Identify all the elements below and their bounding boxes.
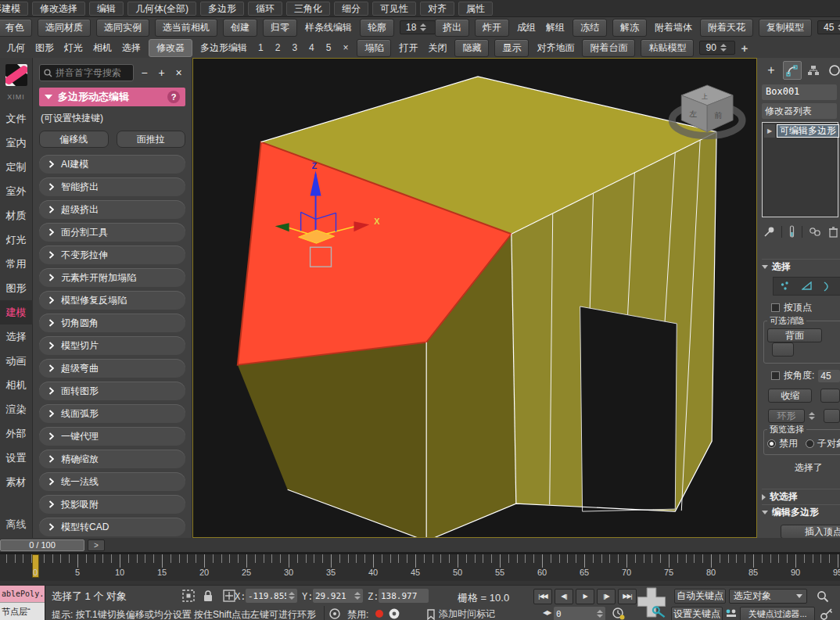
spinner-arrows[interactable] xyxy=(420,23,426,31)
toolbar-button[interactable]: 归零 xyxy=(263,19,297,37)
spinner-down-icon[interactable] xyxy=(809,417,815,420)
angle-45-spinner[interactable]: 45 xyxy=(817,20,840,34)
add-time-tag[interactable]: 添加时间标记 xyxy=(426,607,495,620)
listener-script-line[interactable]: 节点层“ xyxy=(0,603,45,620)
toolbar-button[interactable]: 图形 xyxy=(33,40,56,56)
clipped-button[interactable] xyxy=(824,409,840,423)
toolbar-button[interactable]: 3 xyxy=(289,41,300,55)
box-model[interactable] xyxy=(238,77,716,537)
checkbox[interactable] xyxy=(771,303,780,312)
rollout-item[interactable]: 超级挤出 xyxy=(39,200,185,219)
toolbar-button[interactable]: 选同实例 xyxy=(96,19,149,37)
sidebar-item[interactable]: 定制 xyxy=(0,155,33,179)
angle-90-spinner[interactable]: 90 xyxy=(699,41,735,55)
playback-button[interactable]: |◀◀ xyxy=(533,589,552,604)
toolbar-button[interactable]: 解冻 xyxy=(612,19,647,37)
playback-button[interactable]: ▶ xyxy=(576,589,594,604)
toolbar-button[interactable]: 灯光 xyxy=(62,40,85,56)
menu-item[interactable]: 属性 xyxy=(458,2,493,16)
spinner-down-icon[interactable] xyxy=(597,615,603,618)
status-circle-icon[interactable] xyxy=(388,607,400,620)
rollout-soft-selection[interactable]: 软选择 xyxy=(762,489,840,504)
spinner-up-icon[interactable] xyxy=(597,610,603,613)
next-frame-button[interactable]: > xyxy=(88,539,105,551)
quick-button[interactable]: 面推拉 xyxy=(117,131,186,148)
listener-macro-line[interactable]: ablePoly. xyxy=(0,586,45,603)
viewcube-top-label[interactable]: 上 xyxy=(701,93,708,100)
playback-button[interactable]: ◀|| xyxy=(555,589,573,604)
rollout-item[interactable]: 超级弯曲 xyxy=(39,359,185,378)
rollout-item[interactable]: AI建模 xyxy=(39,155,185,174)
zoom-icon[interactable] xyxy=(817,590,829,603)
rollout-selection[interactable]: 选择 xyxy=(762,259,840,274)
sidebar-item[interactable]: 外部 xyxy=(0,421,33,446)
tab-motion[interactable] xyxy=(825,61,840,80)
y-coord-field[interactable]: 29.921 xyxy=(313,589,363,603)
sidebar-item[interactable]: 灯光 xyxy=(0,228,33,252)
close-button[interactable]: × xyxy=(172,65,185,81)
viewcube-left-label[interactable]: 左 xyxy=(689,109,697,118)
remove-modifier-icon[interactable] xyxy=(828,226,838,238)
help-icon[interactable]: ? xyxy=(167,91,180,103)
sidebar-item[interactable]: 选择 xyxy=(0,324,33,349)
toolbar-button[interactable]: 关闭 xyxy=(425,40,449,56)
toolbar-button[interactable]: 几何 xyxy=(4,40,27,56)
selected-object-dropdown[interactable]: 选定对象 xyxy=(729,589,807,604)
spinner-up-icon[interactable] xyxy=(289,592,295,595)
spinner-arrows[interactable] xyxy=(354,592,361,600)
sidebar-item[interactable]: 室外 xyxy=(0,179,33,203)
checkbox[interactable] xyxy=(771,371,780,380)
ring-button[interactable]: 环形 xyxy=(768,409,805,423)
modifier-list-dropdown[interactable]: 修改器列表 xyxy=(762,103,837,119)
modifier-stack[interactable]: ▶ 可编辑多边形 xyxy=(762,122,838,217)
toolbar-button[interactable]: 5 xyxy=(323,41,335,55)
auto-key-button[interactable]: 自动关键点 xyxy=(674,589,726,604)
spinner-up-icon[interactable] xyxy=(809,412,815,415)
sidebar-item[interactable]: 素材 xyxy=(0,470,33,494)
toolbar-button[interactable]: 选同材质 xyxy=(38,19,91,37)
spinner-arrows[interactable] xyxy=(289,592,295,600)
isolate-selection-icon[interactable] xyxy=(181,589,196,603)
key-icon[interactable] xyxy=(820,607,834,620)
toolbar-button[interactable]: 显示 xyxy=(494,39,529,57)
backface-button[interactable]: 背面 xyxy=(767,328,822,342)
quick-button[interactable]: 偏移线 xyxy=(39,131,109,148)
rollout-item[interactable]: 切角圆角 xyxy=(39,314,185,332)
expand-arrow-icon[interactable]: ▶ xyxy=(764,124,775,138)
sidebar-item[interactable]: 文件 xyxy=(0,106,33,131)
stack-item-editable-poly[interactable]: 可编辑多边形 xyxy=(777,124,839,138)
spinner-up-icon[interactable] xyxy=(354,592,361,595)
toolbar-button[interactable]: 冻结 xyxy=(573,19,607,37)
menu-item[interactable]: 多边形建模 xyxy=(0,2,28,16)
toolbar-button[interactable]: 创建 xyxy=(223,19,257,37)
spinner-down-icon[interactable] xyxy=(354,597,361,600)
viewcube-front-label[interactable]: 前 xyxy=(714,111,722,120)
toolbar-button[interactable]: 对齐地面 xyxy=(534,40,576,56)
sidebar-item[interactable]: 设置 xyxy=(0,446,33,470)
toolbar-button[interactable]: 多边形编辑 xyxy=(198,40,249,56)
toolbar-button[interactable]: 相机 xyxy=(91,40,114,56)
toolbar-button[interactable]: 2 xyxy=(272,41,284,55)
sidebar-item[interactable]: 建模 xyxy=(0,300,33,324)
time-configuration-icon[interactable] xyxy=(612,607,626,620)
show-end-result-icon[interactable] xyxy=(788,225,795,238)
search-box[interactable] xyxy=(39,64,134,81)
menu-item[interactable]: 三角化 xyxy=(286,2,330,16)
rollout-item[interactable]: 精确缩放 xyxy=(39,450,185,468)
by-vertex-row[interactable]: 按顶点 xyxy=(771,301,840,314)
vertex-mode-icon[interactable] xyxy=(781,281,792,291)
adaptive-degradation-icon[interactable] xyxy=(328,607,341,620)
insert-vertex-button[interactable]: 插入顶点 xyxy=(781,525,840,538)
menu-item[interactable]: 修改选择 xyxy=(32,2,85,16)
spinner-arrows[interactable] xyxy=(720,44,727,52)
rollout-item[interactable]: 面分割工具 xyxy=(39,223,185,242)
frame-step-arrows[interactable]: ◀▶ xyxy=(543,609,551,616)
toolbar-button[interactable]: 修改器 xyxy=(149,39,192,57)
sidebar-item[interactable]: 渲染 xyxy=(0,397,33,421)
sidebar-item[interactable]: 材质 xyxy=(0,203,33,228)
spinner-down-icon[interactable] xyxy=(420,28,426,31)
rollout-item[interactable]: 统一法线 xyxy=(39,472,185,491)
toolbar-button[interactable]: 选当前相机 xyxy=(155,19,217,37)
toolbar-button[interactable]: 轮廓 xyxy=(360,19,394,37)
sidebar-item[interactable]: 相机 xyxy=(0,373,33,397)
